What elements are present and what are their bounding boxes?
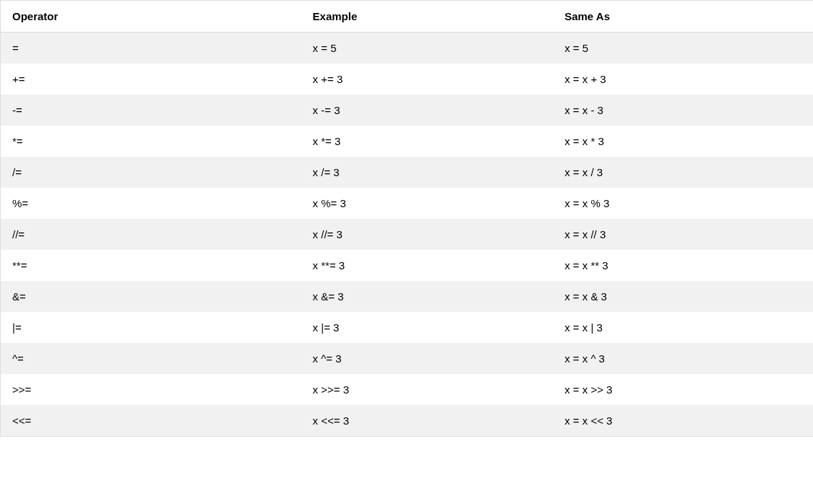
cell-sameas: x = x >> 3 bbox=[553, 374, 813, 405]
table-row: **= x **= 3 x = x ** 3 bbox=[1, 250, 814, 281]
cell-sameas: x = x & 3 bbox=[553, 281, 813, 312]
table-row: /= x /= 3 x = x / 3 bbox=[1, 157, 814, 188]
cell-operator: >>= bbox=[1, 374, 301, 405]
cell-example: x -= 3 bbox=[301, 95, 554, 126]
table-row: = x = 5 x = 5 bbox=[1, 32, 814, 64]
cell-sameas: x = x / 3 bbox=[553, 157, 813, 188]
cell-example: x *= 3 bbox=[301, 126, 554, 157]
cell-operator: = bbox=[1, 32, 301, 64]
cell-sameas: x = x - 3 bbox=[553, 95, 813, 126]
table-row: //= x //= 3 x = x // 3 bbox=[1, 219, 814, 250]
cell-sameas: x = 5 bbox=[553, 32, 813, 64]
table-row: &= x &= 3 x = x & 3 bbox=[1, 281, 814, 312]
assignment-operators-table: Operator Example Same As = x = 5 x = 5 +… bbox=[0, 0, 813, 437]
table-header-row: Operator Example Same As bbox=[1, 1, 814, 32]
cell-example: x /= 3 bbox=[301, 157, 554, 188]
cell-example: x %= 3 bbox=[301, 188, 554, 219]
cell-example: x |= 3 bbox=[301, 312, 554, 343]
cell-sameas: x = x % 3 bbox=[553, 188, 813, 219]
cell-example: x <<= 3 bbox=[301, 405, 554, 437]
cell-sameas: x = x * 3 bbox=[553, 126, 813, 157]
cell-sameas: x = x << 3 bbox=[553, 405, 813, 437]
header-example: Example bbox=[301, 1, 554, 32]
cell-operator: -= bbox=[1, 95, 301, 126]
table-row: |= x |= 3 x = x | 3 bbox=[1, 312, 814, 343]
cell-example: x &= 3 bbox=[301, 281, 554, 312]
cell-operator: *= bbox=[1, 126, 301, 157]
cell-example: x //= 3 bbox=[301, 219, 554, 250]
header-sameas: Same As bbox=[553, 1, 813, 32]
cell-example: x += 3 bbox=[301, 64, 554, 95]
cell-example: x = 5 bbox=[301, 32, 554, 64]
table-row: *= x *= 3 x = x * 3 bbox=[1, 126, 814, 157]
cell-example: x **= 3 bbox=[301, 250, 554, 281]
cell-example: x >>= 3 bbox=[301, 374, 554, 405]
table-row: <<= x <<= 3 x = x << 3 bbox=[1, 405, 814, 437]
cell-operator: &= bbox=[1, 281, 301, 312]
cell-operator: |= bbox=[1, 312, 301, 343]
table-row: += x += 3 x = x + 3 bbox=[1, 64, 814, 95]
cell-sameas: x = x + 3 bbox=[553, 64, 813, 95]
cell-operator: ^= bbox=[1, 343, 301, 374]
table-row: ^= x ^= 3 x = x ^ 3 bbox=[1, 343, 814, 374]
cell-operator: += bbox=[1, 64, 301, 95]
table-row: %= x %= 3 x = x % 3 bbox=[1, 188, 814, 219]
cell-operator: /= bbox=[1, 157, 301, 188]
cell-operator: <<= bbox=[1, 405, 301, 437]
cell-operator: **= bbox=[1, 250, 301, 281]
cell-sameas: x = x ^ 3 bbox=[553, 343, 813, 374]
cell-operator: //= bbox=[1, 219, 301, 250]
header-operator: Operator bbox=[1, 1, 301, 32]
cell-example: x ^= 3 bbox=[301, 343, 554, 374]
table-row: >>= x >>= 3 x = x >> 3 bbox=[1, 374, 814, 405]
table-row: -= x -= 3 x = x - 3 bbox=[1, 95, 814, 126]
cell-sameas: x = x | 3 bbox=[553, 312, 813, 343]
cell-sameas: x = x ** 3 bbox=[553, 250, 813, 281]
cell-operator: %= bbox=[1, 188, 301, 219]
cell-sameas: x = x // 3 bbox=[553, 219, 813, 250]
